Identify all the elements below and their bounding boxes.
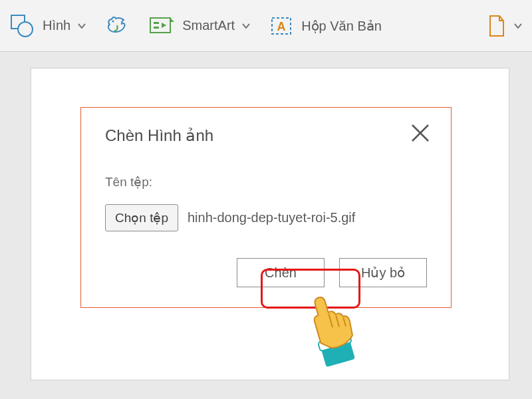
chevron-down-icon xyxy=(513,21,523,31)
shapes-icon xyxy=(9,13,36,39)
shapes-label: Hình xyxy=(43,18,70,33)
svg-text:A: A xyxy=(277,20,286,33)
chevron-down-icon xyxy=(77,21,86,31)
textbox-label: Hộp Văn Bản xyxy=(301,18,382,34)
dialog-title: Chèn Hình ảnh xyxy=(105,126,427,145)
textbox-button[interactable]: A Hộp Văn Bản xyxy=(268,14,382,38)
smartart-icon xyxy=(148,14,176,38)
close-icon xyxy=(408,136,432,147)
svg-point-1 xyxy=(18,22,33,37)
svg-rect-3 xyxy=(150,18,170,33)
page-dropdown[interactable] xyxy=(487,13,523,39)
smartart-dropdown[interactable]: SmartArt xyxy=(148,14,251,38)
textbox-icon: A xyxy=(268,14,295,38)
insert-button[interactable]: Chèn xyxy=(237,258,325,287)
file-row: Chọn tệp hinh-dong-dep-tuyet-roi-5.gif xyxy=(105,204,427,231)
chevron-down-icon xyxy=(241,21,251,31)
ribbon-toolbar: Hình SmartArt xyxy=(0,0,532,52)
duck-icon xyxy=(104,13,130,39)
svg-point-2 xyxy=(112,20,114,22)
file-label: Tên tệp: xyxy=(105,174,427,190)
close-button[interactable] xyxy=(408,121,432,145)
sticker-button[interactable] xyxy=(104,13,130,39)
dialog-glow: Chèn Hình ảnh Tên tệp: Chọn tệp hinh-don… xyxy=(76,103,456,312)
dialog-button-row: Chèn Hủy bỏ xyxy=(105,258,427,287)
page-icon xyxy=(487,13,507,39)
svg-rect-4 xyxy=(154,22,159,24)
choose-file-button[interactable]: Chọn tệp xyxy=(105,204,178,231)
smartart-label: SmartArt xyxy=(182,18,235,33)
svg-rect-5 xyxy=(154,27,159,29)
shapes-dropdown[interactable]: Hình xyxy=(9,13,86,39)
file-name: hinh-dong-dep-tuyet-roi-5.gif xyxy=(188,210,355,225)
cancel-button[interactable]: Hủy bỏ xyxy=(339,258,427,287)
insert-image-dialog: Chèn Hình ảnh Tên tệp: Chọn tệp hinh-don… xyxy=(80,107,452,308)
